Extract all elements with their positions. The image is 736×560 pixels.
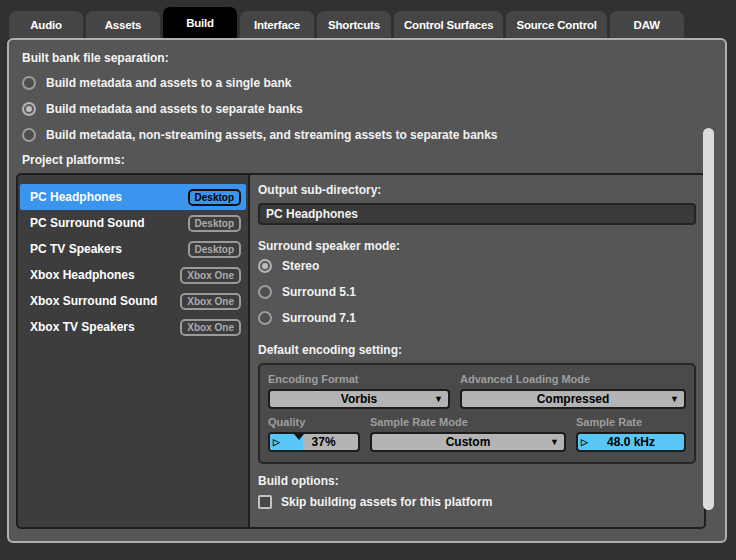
- platform-name: Xbox TV Speakers: [30, 320, 135, 334]
- platform-row-xbox-tv-speakers[interactable]: Xbox TV SpeakersXbox One: [20, 314, 246, 340]
- platform-row-xbox-headphones[interactable]: Xbox HeadphonesXbox One: [20, 262, 246, 288]
- surround-mode-label: Surround speaker mode:: [258, 239, 696, 253]
- tab-label: Shortcuts: [328, 19, 380, 31]
- platform-type-badge: Desktop: [188, 189, 241, 206]
- tab-audio[interactable]: Audio: [9, 11, 83, 38]
- default-encoding-panel: Encoding Format Vorbis ▼ Advanced Loadin…: [258, 363, 696, 464]
- tab-interface[interactable]: Interface: [240, 11, 314, 38]
- output-subdirectory-label: Output sub-directory:: [258, 183, 696, 197]
- platform-row-pc-headphones[interactable]: PC HeadphonesDesktop: [20, 184, 246, 210]
- skip-building-assets-checkbox-label: Skip building assets for this platform: [281, 495, 492, 509]
- encoding-setting-label: Default encoding setting:: [258, 343, 696, 357]
- platform-name: PC Headphones: [30, 190, 122, 204]
- encoding-format-label: Encoding Format: [268, 373, 450, 385]
- platform-name: Xbox Surround Sound: [30, 294, 157, 308]
- tab-label: Build: [186, 17, 214, 29]
- tab-label: Source Control: [516, 19, 596, 31]
- radio-button-icon[interactable]: [258, 311, 272, 325]
- quality-label: Quality: [268, 416, 360, 428]
- platform-row-pc-surround-sound[interactable]: PC Surround SoundDesktop: [20, 210, 246, 236]
- chevron-down-icon: ▼: [670, 394, 679, 404]
- radio-option-label: Build metadata and assets to separate ba…: [46, 102, 303, 116]
- sample-rate-mode-dropdown[interactable]: Custom ▼: [370, 432, 566, 452]
- radio-option-label: Stereo: [282, 259, 319, 273]
- radio-option-label: Surround 5.1: [282, 285, 356, 299]
- build-options-label: Build options:: [258, 474, 696, 488]
- tab-control-surfaces[interactable]: Control Surfaces: [394, 11, 503, 38]
- platform-name: PC Surround Sound: [30, 216, 145, 230]
- skip-building-assets-checkbox[interactable]: [258, 495, 272, 509]
- radio-option-surround-7-1[interactable]: Surround 7.1: [258, 305, 696, 331]
- platform-type-badge: Xbox One: [180, 319, 241, 336]
- radio-option-surround-5-1[interactable]: Surround 5.1: [258, 279, 696, 305]
- tab-label: Control Surfaces: [404, 19, 493, 31]
- platform-type-badge: Xbox One: [180, 293, 241, 310]
- radio-button-icon[interactable]: [258, 259, 272, 273]
- tab-label: Interface: [254, 19, 300, 31]
- preferences-tab-bar: AudioAssetsBuildInterfaceShortcutsContro…: [0, 0, 736, 38]
- platform-settings-panel: Output sub-directory: PC Headphones Surr…: [248, 175, 704, 527]
- chevron-down-icon: ▼: [434, 394, 443, 404]
- radio-option-label: Build metadata and assets to a single ba…: [46, 76, 291, 90]
- chevron-down-icon: ▼: [550, 437, 559, 447]
- radio-option-stereo[interactable]: Stereo: [258, 253, 696, 279]
- platform-name: Xbox Headphones: [30, 268, 135, 282]
- bank-separation-radio-group: Build metadata and assets to a single ba…: [22, 70, 695, 148]
- radio-button-icon[interactable]: [22, 128, 36, 142]
- tab-build[interactable]: Build: [163, 7, 237, 38]
- quality-value: 37%: [303, 434, 336, 450]
- radio-option-label: Surround 7.1: [282, 311, 356, 325]
- build-preferences-panel: Built bank file separation: Build metada…: [7, 38, 727, 543]
- platform-type-badge: Desktop: [188, 241, 241, 258]
- encoding-format-dropdown[interactable]: Vorbis ▼: [268, 389, 450, 409]
- play-marker-icon: ▷: [273, 437, 280, 447]
- tab-source-control[interactable]: Source Control: [506, 11, 606, 38]
- play-marker-icon: ▷: [581, 437, 588, 447]
- radio-option-label: Build metadata, non-streaming assets, an…: [46, 128, 497, 142]
- project-platforms-heading: Project platforms:: [22, 153, 125, 167]
- platform-row-xbox-surround-sound[interactable]: Xbox Surround SoundXbox One: [20, 288, 246, 314]
- radio-button-icon[interactable]: [258, 285, 272, 299]
- surround-mode-radio-group: StereoSurround 5.1Surround 7.1: [258, 253, 696, 331]
- sample-rate-mode-value: Custom: [446, 435, 491, 449]
- encoding-format-value: Vorbis: [341, 392, 377, 406]
- tab-daw[interactable]: DAW: [610, 11, 684, 38]
- vertical-scrollbar-thumb[interactable]: [703, 128, 714, 510]
- sample-rate-dial[interactable]: ▷ 48.0 kHz: [576, 432, 686, 452]
- project-platforms-panel: PC HeadphonesDesktopPC Surround SoundDes…: [16, 173, 706, 529]
- radio-option-build-metadata-non-streaming-assets-and-streaming-assets-to-separate-banks[interactable]: Build metadata, non-streaming assets, an…: [22, 122, 695, 148]
- output-subdirectory-input[interactable]: PC Headphones: [258, 203, 696, 225]
- platform-row-pc-tv-speakers[interactable]: PC TV SpeakersDesktop: [20, 236, 246, 262]
- bank-separation-heading: Built bank file separation:: [22, 51, 169, 65]
- quality-slider[interactable]: ▷ 37%: [268, 432, 360, 452]
- tab-shortcuts[interactable]: Shortcuts: [317, 11, 391, 38]
- sample-rate-mode-label: Sample Rate Mode: [370, 416, 566, 428]
- platform-name: PC TV Speakers: [30, 242, 122, 256]
- sample-rate-label: Sample Rate: [576, 416, 686, 428]
- tab-label: Assets: [105, 19, 142, 31]
- skip-building-assets-option[interactable]: Skip building assets for this platform: [258, 493, 696, 511]
- radio-button-icon[interactable]: [22, 102, 36, 116]
- tab-label: DAW: [634, 19, 660, 31]
- platform-type-badge: Xbox One: [180, 267, 241, 284]
- advanced-loading-mode-value: Compressed: [537, 392, 610, 406]
- platform-type-badge: Desktop: [188, 215, 241, 232]
- sample-rate-value: 48.0 kHz: [607, 435, 655, 449]
- tab-assets[interactable]: Assets: [86, 11, 160, 38]
- output-subdirectory-value: PC Headphones: [266, 207, 358, 221]
- platform-list: PC HeadphonesDesktopPC Surround SoundDes…: [18, 175, 248, 527]
- radio-button-icon[interactable]: [22, 76, 36, 90]
- advanced-loading-mode-label: Advanced Loading Mode: [460, 373, 686, 385]
- advanced-loading-mode-dropdown[interactable]: Compressed ▼: [460, 389, 686, 409]
- radio-option-build-metadata-and-assets-to-a-single-bank[interactable]: Build metadata and assets to a single ba…: [22, 70, 695, 96]
- tab-label: Audio: [30, 19, 62, 31]
- radio-option-build-metadata-and-assets-to-separate-banks[interactable]: Build metadata and assets to separate ba…: [22, 96, 695, 122]
